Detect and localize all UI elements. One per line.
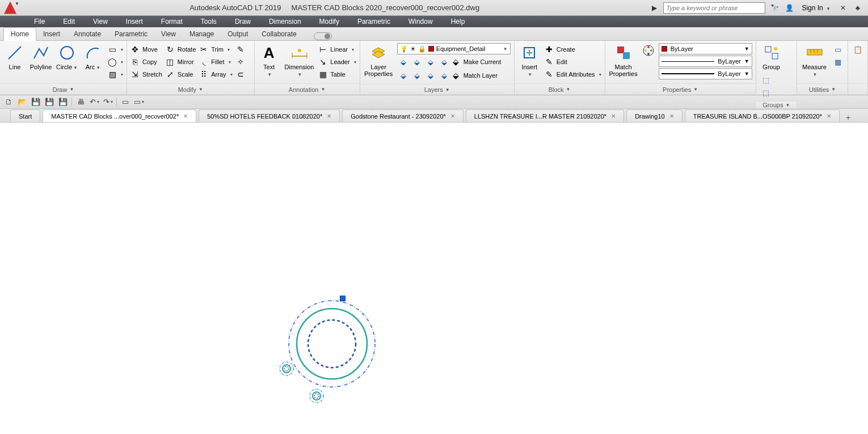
- panel-draw-title[interactable]: Draw▼: [0, 83, 127, 95]
- create-block-button[interactable]: ✚Create: [545, 43, 601, 56]
- arc-button[interactable]: Arc▼: [82, 43, 104, 71]
- ribbon-tab-manage[interactable]: Manage: [183, 28, 221, 40]
- menu-modify[interactable]: Modify: [310, 18, 348, 26]
- doc-tab[interactable]: 50%SD HOTELS FEEDBACK 01082020*✕: [199, 109, 340, 122]
- close-icon[interactable]: ✕: [183, 113, 188, 119]
- ellipse-button[interactable]: ◯▾: [108, 56, 123, 68]
- layout-icon[interactable]: ▭: [120, 97, 130, 107]
- rotate-button[interactable]: ↻Rotate: [166, 43, 196, 56]
- layer-tool-icon[interactable]: ⬙: [438, 69, 450, 82]
- panel-properties-title[interactable]: Properties▼: [605, 83, 756, 95]
- color-dropdown[interactable]: ByLayer▼: [659, 43, 752, 54]
- menu-tools[interactable]: Tools: [192, 18, 226, 26]
- layer-tool-icon[interactable]: ⬙: [424, 56, 437, 68]
- layer-tool-icon[interactable]: ⬙: [397, 69, 410, 82]
- ribbon-tab-annotate[interactable]: Annotate: [67, 28, 108, 40]
- trim-button[interactable]: ✂Trim▾: [199, 43, 232, 56]
- group-edit-button[interactable]: ⬚: [760, 86, 772, 99]
- explode-button[interactable]: ✧: [236, 56, 245, 68]
- binoculars-icon[interactable]: 🔭: [769, 2, 780, 14]
- clipboard-button[interactable]: 📋: [852, 43, 864, 56]
- table-button[interactable]: ▦Table: [318, 68, 356, 81]
- sign-in-button[interactable]: Sign In ▼: [798, 4, 834, 12]
- saveas-icon[interactable]: 💾: [44, 97, 54, 107]
- hatch-button[interactable]: ▨▾: [108, 68, 123, 81]
- app-menu-button[interactable]: ▼: [0, 0, 20, 16]
- exchange-icon[interactable]: ✕: [837, 2, 849, 14]
- info-search-icon[interactable]: ▶: [648, 2, 660, 14]
- ungroup-button[interactable]: ⬚: [760, 74, 772, 86]
- menu-file[interactable]: File: [25, 18, 54, 26]
- print-icon[interactable]: 🖶: [75, 97, 86, 107]
- lineweight-dropdown[interactable]: ByLayer▼: [659, 68, 752, 79]
- layer-tool-icon[interactable]: ⬙: [397, 56, 410, 68]
- help-icon[interactable]: ♣: [852, 2, 863, 14]
- offset-button[interactable]: ⊂: [236, 68, 245, 81]
- insert-block-button[interactable]: Insert▼: [518, 43, 541, 78]
- panel-utilities-title[interactable]: Utilities▼: [797, 83, 848, 95]
- edit-block-button[interactable]: ✎Edit: [545, 56, 601, 68]
- stretch-button[interactable]: ⇲Stretch: [130, 68, 162, 81]
- panel-layers-title[interactable]: Layers▼: [360, 84, 514, 95]
- rectangle-button[interactable]: ▭▾: [108, 43, 123, 56]
- layer-tool-icon[interactable]: ⬙: [424, 69, 437, 82]
- linear-button[interactable]: ⊢Linear▾: [318, 43, 356, 56]
- array-button[interactable]: ⠿Array▾: [199, 68, 232, 81]
- save-icon[interactable]: 💾: [31, 97, 41, 107]
- edit-attributes-button[interactable]: ✎Edit Attributes▾: [545, 68, 601, 81]
- scale-button[interactable]: ⤢Scale: [166, 68, 196, 81]
- text-button[interactable]: AText▼: [258, 43, 280, 78]
- match-layer-button[interactable]: ⬙Match Layer: [452, 69, 498, 82]
- menu-help[interactable]: Help: [442, 18, 474, 26]
- model-space-canvas[interactable]: [0, 123, 868, 434]
- new-tab-button[interactable]: +: [842, 113, 854, 122]
- selection-grip[interactable]: [340, 296, 345, 301]
- match-properties-button[interactable]: Match Properties: [609, 43, 638, 77]
- layer-dropdown[interactable]: 💡 ☀ 🔒 Equipment_Detail ▼: [397, 43, 511, 54]
- menu-dimension[interactable]: Dimension: [260, 18, 310, 26]
- group-button[interactable]: Group: [760, 43, 783, 70]
- copy-button[interactable]: ⎘Copy: [130, 56, 162, 68]
- doc-tab[interactable]: LLSHZN TREASURE I...R MASTER 21092020*✕: [466, 109, 624, 122]
- panel-annotation-title[interactable]: Annotation▼: [255, 83, 360, 95]
- doc-tab[interactable]: Drawing10✕: [626, 109, 682, 122]
- menu-window[interactable]: Window: [399, 18, 442, 26]
- layer-tool-icon[interactable]: ⬙: [411, 56, 423, 68]
- menu-insert[interactable]: Insert: [117, 18, 152, 26]
- line-button[interactable]: Line: [3, 43, 26, 70]
- menu-parametric[interactable]: Parametric: [348, 18, 399, 26]
- move-button[interactable]: ✥Move: [130, 43, 162, 56]
- close-icon[interactable]: ✕: [611, 113, 616, 119]
- menu-format[interactable]: Format: [152, 18, 192, 26]
- close-icon[interactable]: ✕: [450, 113, 455, 119]
- new-icon[interactable]: 🗋: [3, 97, 14, 107]
- ribbon-tab-home[interactable]: Home: [3, 27, 36, 41]
- close-icon[interactable]: ✕: [827, 113, 831, 119]
- doc-tab[interactable]: Godstone Restaurant - 23092020*✕: [342, 109, 464, 122]
- redo-icon[interactable]: ↷▾: [103, 97, 113, 107]
- fillet-button[interactable]: ◟Fillet▾: [199, 56, 232, 68]
- close-icon[interactable]: ✕: [327, 113, 331, 119]
- circle-button[interactable]: Circle▼: [56, 43, 78, 71]
- polyline-button[interactable]: Polyline: [30, 43, 52, 70]
- layer-tool-icon[interactable]: ⬙: [438, 56, 450, 68]
- make-current-button[interactable]: ⬙Make Current: [452, 56, 502, 68]
- leader-button[interactable]: ↘Leader▾: [318, 56, 356, 68]
- menu-view[interactable]: View: [84, 18, 117, 26]
- layer-properties-button[interactable]: Layer Properties: [364, 43, 394, 77]
- mirror-button[interactable]: ◫Mirror: [166, 56, 196, 68]
- ribbon-tab-parametric[interactable]: Parametric: [108, 28, 154, 40]
- panel-modify-title[interactable]: Modify▼: [127, 83, 254, 95]
- ribbon-tab-view[interactable]: View: [154, 28, 183, 40]
- infocenter-search-input[interactable]: [663, 2, 765, 14]
- panel-block-title[interactable]: Block▼: [515, 83, 605, 95]
- quickcalc-button[interactable]: ▦: [832, 56, 844, 68]
- color-wheel-icon[interactable]: [642, 43, 655, 81]
- menu-edit[interactable]: Edit: [54, 18, 84, 26]
- panel-groups-title[interactable]: Groups▼: [756, 101, 797, 108]
- select-button[interactable]: ▭: [832, 43, 844, 56]
- linetype-dropdown[interactable]: ByLayer▼: [659, 56, 752, 67]
- close-icon[interactable]: ✕: [669, 113, 674, 119]
- ribbon-toggle-pill[interactable]: [314, 32, 332, 40]
- menu-draw[interactable]: Draw: [226, 18, 260, 26]
